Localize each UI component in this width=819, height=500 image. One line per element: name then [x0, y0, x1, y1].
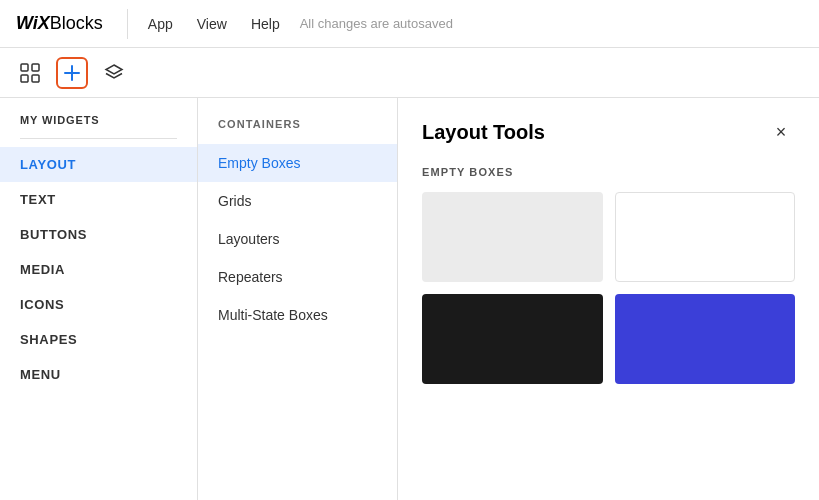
nav-help[interactable]: Help	[251, 16, 280, 32]
box-white[interactable]	[615, 192, 796, 282]
right-panel-header: Layout Tools ×	[422, 118, 795, 146]
middle-panel: CONTAINERS Empty Boxes Grids Layouters R…	[198, 98, 398, 500]
middle-item-layouters[interactable]: Layouters	[198, 220, 397, 258]
add-plus-icon[interactable]	[56, 57, 88, 89]
svg-rect-2	[21, 75, 28, 82]
layers-icon[interactable]	[98, 57, 130, 89]
sidebar-item-text[interactable]: TEXT	[0, 182, 197, 217]
section-label-empty-boxes: EMPTY BOXES	[422, 166, 795, 178]
sidebar-item-media[interactable]: MEDIA	[0, 252, 197, 287]
svg-rect-1	[32, 64, 39, 71]
left-sidebar: MY WIDGETS LAYOUT TEXT BUTTONS MEDIA ICO…	[0, 98, 198, 500]
svg-rect-3	[32, 75, 39, 82]
nav-app[interactable]: App	[148, 16, 173, 32]
middle-panel-header: CONTAINERS	[198, 118, 397, 144]
middle-item-multi-state[interactable]: Multi-State Boxes	[198, 296, 397, 334]
main-layout: MY WIDGETS LAYOUT TEXT BUTTONS MEDIA ICO…	[0, 98, 819, 500]
nav-links: App View Help	[148, 16, 280, 32]
boxes-grid	[422, 192, 795, 384]
close-button[interactable]: ×	[767, 118, 795, 146]
logo-blocks: Blocks	[50, 13, 103, 34]
sidebar-item-menu[interactable]: MENU	[0, 357, 197, 392]
middle-item-empty-boxes[interactable]: Empty Boxes	[198, 144, 397, 182]
nav-view[interactable]: View	[197, 16, 227, 32]
sidebar-item-buttons[interactable]: BUTTONS	[0, 217, 197, 252]
logo-wix: WiX	[16, 13, 50, 34]
box-light-gray[interactable]	[422, 192, 603, 282]
right-panel: Layout Tools × EMPTY BOXES	[398, 98, 819, 500]
svg-marker-6	[106, 65, 122, 74]
sidebar-item-layout[interactable]: LAYOUT	[0, 147, 197, 182]
sidebar-item-shapes[interactable]: SHAPES	[0, 322, 197, 357]
sidebar-divider	[20, 138, 177, 139]
toolbar	[0, 48, 819, 98]
widgets-grid-icon[interactable]	[14, 57, 46, 89]
middle-item-grids[interactable]: Grids	[198, 182, 397, 220]
sidebar-item-icons[interactable]: ICONS	[0, 287, 197, 322]
autosave-status: All changes are autosaved	[300, 16, 453, 31]
svg-rect-0	[21, 64, 28, 71]
box-blue[interactable]	[615, 294, 796, 384]
sidebar-header: MY WIDGETS	[0, 114, 197, 138]
logo: WiXBlocks	[16, 13, 103, 34]
right-panel-title: Layout Tools	[422, 121, 545, 144]
box-black[interactable]	[422, 294, 603, 384]
top-nav: WiXBlocks App View Help All changes are …	[0, 0, 819, 48]
middle-item-repeaters[interactable]: Repeaters	[198, 258, 397, 296]
nav-divider	[127, 9, 128, 39]
